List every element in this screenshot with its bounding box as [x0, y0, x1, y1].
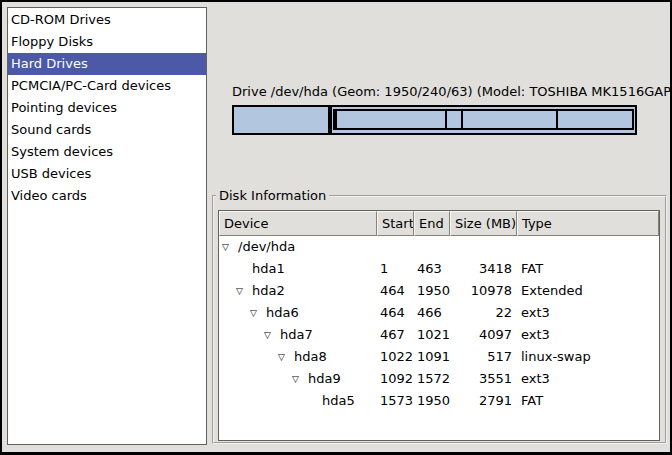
partition-segment-hda1 — [232, 105, 330, 135]
size-cell: 2791 — [450, 390, 517, 412]
end-cell — [414, 236, 450, 258]
start-cell: 464 — [377, 302, 414, 324]
table-row-hda2[interactable]: ▽hda2464195010978Extended — [219, 280, 659, 302]
column-header-end[interactable]: End — [414, 211, 450, 236]
end-cell: 1572 — [414, 368, 450, 390]
disk-table-body: ▽/dev/hdahda114633418FAT▽hda246419501097… — [219, 236, 659, 412]
end-cell: 466 — [414, 302, 450, 324]
partition-segment-hda2 — [330, 105, 637, 135]
end-cell: 463 — [414, 258, 450, 280]
device-label: /dev/hda — [238, 236, 295, 258]
device-label: hda8 — [294, 346, 327, 368]
device-label: hda1 — [252, 258, 285, 280]
type-cell — [517, 236, 659, 258]
expander-icon[interactable]: ▽ — [264, 324, 280, 346]
hardware-browser-window: CD-ROM DrivesFloppy DisksHard DrivesPCMC… — [0, 0, 672, 455]
sidebar-item-hard-drives[interactable]: Hard Drives — [8, 53, 206, 75]
size-cell: 4097 — [450, 324, 517, 346]
start-cell: 1573 — [377, 390, 414, 412]
expander-icon[interactable]: ▽ — [278, 346, 294, 368]
end-cell: 1950 — [414, 390, 450, 412]
device-label: hda6 — [266, 302, 299, 324]
size-cell: 3551 — [450, 368, 517, 390]
start-cell: 1092 — [377, 368, 414, 390]
partition-segment-hda7 — [335, 109, 447, 130]
sidebar-list: CD-ROM DrivesFloppy DisksHard DrivesPCMC… — [7, 7, 207, 445]
start-cell: 464 — [377, 280, 414, 302]
column-header-device[interactable]: Device — [219, 211, 377, 236]
table-row-hda9[interactable]: ▽hda9109215723551ext3 — [219, 368, 659, 390]
end-cell: 1021 — [414, 324, 450, 346]
column-header-type[interactable]: Type — [517, 211, 659, 236]
sidebar-item-cd-rom-drives[interactable]: CD-ROM Drives — [8, 9, 206, 31]
type-cell: ext3 — [517, 324, 659, 346]
sidebar-item-pointing-devices[interactable]: Pointing devices — [8, 97, 206, 119]
device-label: hda9 — [308, 368, 341, 390]
table-row-hda1[interactable]: hda114633418FAT — [219, 258, 659, 280]
disk-table: DeviceStartEndSize (MB)Type ▽/dev/hdahda… — [218, 210, 660, 441]
device-cell: ▽hda2 — [219, 280, 377, 302]
size-cell: 22 — [450, 302, 517, 324]
expander-icon[interactable]: ▽ — [250, 302, 266, 324]
device-label: hda5 — [322, 390, 355, 412]
type-cell: FAT — [517, 258, 659, 280]
device-label: hda7 — [280, 324, 313, 346]
start-cell: 1 — [377, 258, 414, 280]
device-cell: ▽hda9 — [219, 368, 377, 390]
table-row-hda8[interactable]: ▽hda810221091517linux-swap — [219, 346, 659, 368]
partition-segment-hda5 — [556, 109, 634, 130]
start-cell: 1022 — [377, 346, 414, 368]
partition-bar — [232, 105, 637, 135]
device-cell: ▽hda7 — [219, 324, 377, 346]
start-cell — [377, 236, 414, 258]
size-cell: 10978 — [450, 280, 517, 302]
end-cell: 1950 — [414, 280, 450, 302]
expander-icon[interactable]: ▽ — [292, 368, 308, 390]
sidebar-item-system-devices[interactable]: System devices — [8, 141, 206, 163]
device-cell: hda1 — [219, 258, 377, 280]
sidebar-item-sound-cards[interactable]: Sound cards — [8, 119, 206, 141]
disk-table-header: DeviceStartEndSize (MB)Type — [219, 211, 659, 236]
expander-icon[interactable]: ▽ — [236, 280, 252, 302]
size-cell: 3418 — [450, 258, 517, 280]
partition-segment-hda9 — [461, 109, 559, 130]
column-header-size-mb[interactable]: Size (MB) — [450, 211, 517, 236]
table-row-hda5[interactable]: hda5157319502791FAT — [219, 390, 659, 412]
size-cell — [450, 236, 517, 258]
type-cell: FAT — [517, 390, 659, 412]
table-row-hda7[interactable]: ▽hda746710214097ext3 — [219, 324, 659, 346]
start-cell: 467 — [377, 324, 414, 346]
table-row-dev-hda[interactable]: ▽/dev/hda — [219, 236, 659, 258]
sidebar-item-usb-devices[interactable]: USB devices — [8, 163, 206, 185]
sidebar-item-floppy-disks[interactable]: Floppy Disks — [8, 31, 206, 53]
sidebar-item-video-cards[interactable]: Video cards — [8, 185, 206, 207]
type-cell: ext3 — [517, 302, 659, 324]
device-cell: ▽hda6 — [219, 302, 377, 324]
drive-title: Drive /dev/hda (Geom: 1950/240/63) (Mode… — [232, 84, 637, 99]
table-row-hda6[interactable]: ▽hda646446622ext3 — [219, 302, 659, 324]
type-cell: ext3 — [517, 368, 659, 390]
size-cell: 517 — [450, 346, 517, 368]
device-cell: ▽/dev/hda — [219, 236, 377, 258]
end-cell: 1091 — [414, 346, 450, 368]
expander-icon[interactable]: ▽ — [222, 236, 238, 258]
sidebar-item-pcmcia-pc-card-devices[interactable]: PCMCIA/PC-Card devices — [8, 75, 206, 97]
column-header-start[interactable]: Start — [377, 211, 414, 236]
type-cell: linux-swap — [517, 346, 659, 368]
device-cell: ▽hda8 — [219, 346, 377, 368]
type-cell: Extended — [517, 280, 659, 302]
disk-info-frame-label: Disk Information — [216, 188, 329, 203]
device-label: hda2 — [252, 280, 285, 302]
device-cell: hda5 — [219, 390, 377, 412]
